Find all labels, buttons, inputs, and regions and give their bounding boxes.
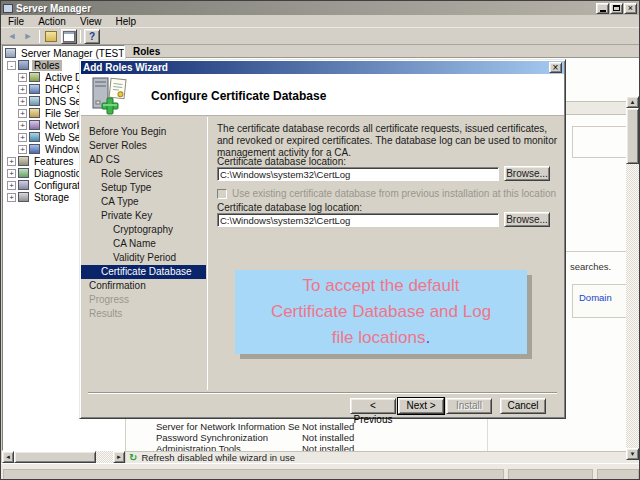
wizard-step-cryptography[interactable]: Cryptography (81, 223, 206, 237)
tree-root-label: Server Manager (TEST) (19, 48, 125, 59)
annotation-callout: To accept the default Certificate Databa… (235, 270, 527, 354)
menu-help[interactable]: Help (108, 15, 143, 28)
restore-button[interactable] (610, 3, 623, 14)
wizard-separator (88, 392, 557, 394)
taskbar-segment[interactable] (597, 469, 639, 480)
wizard-step-results[interactable]: Results (81, 307, 206, 321)
expand-icon[interactable]: + (7, 181, 16, 190)
expand-icon[interactable]: + (18, 133, 27, 142)
scrollbar-thumb[interactable] (14, 451, 96, 463)
dns-icon (29, 96, 40, 106)
taskbar-segment[interactable] (508, 469, 593, 480)
tree-label: Roles (32, 60, 62, 71)
server-manager-window: Server Manager × FileActionViewHelp ◄ ► … (0, 0, 640, 480)
network-icon (29, 120, 40, 130)
db-location-input[interactable] (217, 167, 499, 181)
expand-icon[interactable]: + (18, 121, 27, 130)
wizard-steps: Before You BeginServer RolesAD CSRole Se… (81, 117, 206, 390)
menubar: FileActionViewHelp (1, 15, 639, 28)
tree-horizontal-scrollbar[interactable]: ◄ ► (2, 451, 125, 463)
minimize-button[interactable] (596, 3, 609, 14)
toolbar-separator (39, 30, 40, 43)
wizard-step-setup-type[interactable]: Setup Type (81, 181, 206, 195)
domain-link[interactable]: Domain (579, 292, 612, 303)
expand-icon[interactable]: + (7, 157, 16, 166)
wizard-step-validity-period[interactable]: Validity Period (81, 251, 206, 265)
wizard-page-heading: Configure Certificate Database (151, 89, 326, 103)
scroll-up-icon[interactable]: ▲ (626, 96, 639, 108)
wizard-step-ca-name[interactable]: CA Name (81, 237, 206, 251)
wizard-step-certificate-database[interactable]: Certificate Database (81, 265, 206, 279)
toolbar: ◄ ► ? (1, 28, 639, 45)
expand-icon[interactable]: + (7, 169, 16, 178)
wizard-step-server-roles[interactable]: Server Roles (81, 139, 206, 153)
toolbar-separator (80, 30, 81, 43)
menu-view[interactable]: View (73, 15, 109, 28)
status-text: Refresh disabled while wizard in use (141, 452, 295, 463)
configuration-icon (18, 180, 29, 190)
certificate-database-icon (90, 77, 134, 119)
add-roles-wizard-dialog: Add Roles Wizard × (79, 59, 566, 419)
wizard-step-before-you-begin[interactable]: Before You Begin (81, 125, 206, 139)
log-browse-button[interactable]: Browse... (504, 212, 550, 227)
wizard-header: Configure Certificate Database (81, 74, 564, 116)
wizard-step-ad-cs[interactable]: AD CS (81, 153, 206, 167)
wizard-step-private-key[interactable]: Private Key (81, 209, 206, 223)
collapse-icon[interactable]: - (7, 61, 16, 70)
close-button[interactable]: × (624, 3, 637, 14)
pane-vertical-scrollbar[interactable]: ▲ ▼ (626, 96, 639, 460)
help-icon[interactable]: ? (84, 29, 100, 44)
diagnostics-icon (18, 168, 29, 178)
expand-icon[interactable]: + (18, 109, 27, 118)
show-console-tree-icon[interactable] (43, 29, 59, 44)
callout-period: . (425, 328, 430, 347)
log-location-input[interactable] (217, 213, 499, 227)
tree-item-server-manager-root[interactable]: Server Manager (TEST) (3, 47, 124, 59)
callout-line3: file locations. (332, 325, 430, 351)
next-button[interactable]: Next > (398, 398, 444, 414)
scrollbar-thumb[interactable] (626, 108, 639, 164)
scroll-down-icon[interactable]: ▼ (626, 448, 639, 460)
wizard-step-confirmation[interactable]: Confirmation (81, 279, 206, 293)
taskbar-segment[interactable] (3, 469, 504, 480)
use-existing-db-checkbox-row: Use existing certificate database from p… (217, 188, 556, 199)
expand-icon[interactable]: + (18, 85, 27, 94)
role-service-row: Password SynchronizationNot installed (156, 432, 626, 443)
forward-icon[interactable]: ► (20, 29, 36, 44)
tree-label: Features (32, 156, 75, 167)
storage-icon (18, 192, 29, 202)
ad-icon (29, 72, 40, 82)
wizard-intro-text: The certificate database records all cer… (217, 123, 563, 159)
back-icon[interactable]: ◄ (4, 29, 20, 44)
service-name: Server for Network Information Services (156, 421, 300, 432)
file-icon (29, 108, 40, 118)
app-icon (3, 4, 13, 13)
install-button: Install (446, 398, 492, 414)
features-icon (18, 156, 29, 166)
wizard-step-progress[interactable]: Progress (81, 293, 206, 307)
wizard-step-ca-type[interactable]: CA Type (81, 195, 206, 209)
export-list-icon[interactable] (61, 29, 77, 44)
expand-icon[interactable]: + (18, 73, 27, 82)
expand-icon[interactable]: + (18, 97, 27, 106)
tree-label: Storage (32, 192, 71, 203)
roles-icon (18, 60, 29, 70)
web-icon (29, 132, 40, 142)
menu-file[interactable]: File (1, 15, 31, 28)
scroll-left-icon[interactable]: ◄ (2, 451, 14, 463)
bottom-strip (1, 463, 639, 480)
expand-icon[interactable]: + (18, 145, 27, 154)
wizard-close-icon[interactable]: × (549, 62, 562, 73)
wizard-title: Add Roles Wizard (83, 62, 549, 73)
use-existing-db-checkbox (217, 189, 227, 199)
expand-icon[interactable]: + (7, 193, 16, 202)
wizard-step-role-services[interactable]: Role Services (81, 167, 206, 181)
scroll-right-icon[interactable]: ► (113, 451, 125, 463)
window-title: Server Manager (16, 3, 595, 14)
db-location-label: Certificate database location: (217, 156, 346, 167)
cancel-button[interactable]: Cancel (500, 398, 546, 414)
previous-button[interactable]: < Previous (350, 398, 396, 414)
db-browse-button[interactable]: Browse... (504, 166, 550, 181)
menu-action[interactable]: Action (31, 15, 73, 28)
callout-line2: Certificate Database and Log (271, 299, 491, 325)
